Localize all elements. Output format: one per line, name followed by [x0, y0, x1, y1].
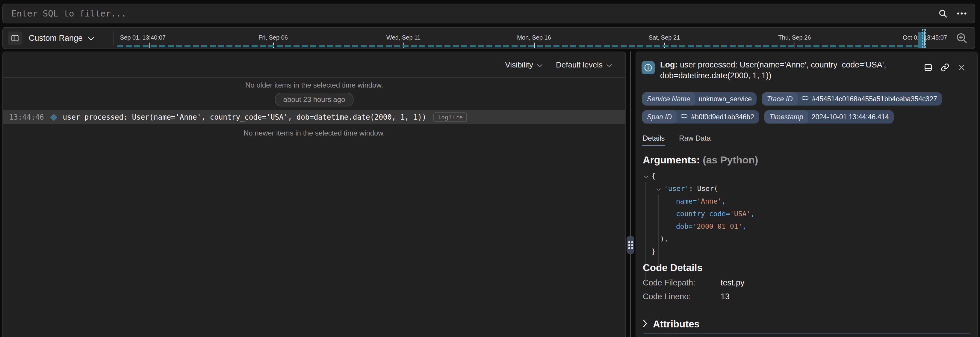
- split-horizontal-icon: [924, 63, 933, 73]
- visibility-dropdown[interactable]: Visibility: [505, 60, 542, 70]
- chevron-down-icon: [606, 60, 612, 70]
- section-divider: [643, 334, 970, 334]
- detail-title: Log: user processed: User(name='Anne', c…: [660, 59, 924, 81]
- timeline-label: Sep 01, 13:40:07: [120, 34, 165, 41]
- dock-panel-button[interactable]: [924, 63, 933, 73]
- log-level-diamond-icon: [50, 113, 57, 121]
- arguments-heading: Arguments: (as Python): [643, 154, 758, 166]
- time-ago-badge: about 23 hours ago: [275, 93, 354, 107]
- service-name-badge: Service Name unknown_service: [642, 93, 757, 105]
- search-icon[interactable]: [938, 9, 948, 18]
- timeline-label: Thu, Sep 26: [778, 34, 811, 41]
- copy-link-button[interactable]: [940, 63, 950, 73]
- log-detail-panel: Log: user processed: User(name='Anne', c…: [636, 51, 978, 337]
- timeline-zoom-in-button[interactable]: [955, 32, 969, 45]
- code-filepath-row: Code Filepath: test.py: [643, 278, 882, 287]
- timeline-label: Sat, Sep 21: [649, 34, 680, 41]
- link-icon: [680, 112, 688, 122]
- collapse-toggle-icon[interactable]: [644, 176, 651, 178]
- zoom-in-icon: [955, 32, 968, 45]
- sql-filter-input[interactable]: [3, 8, 938, 19]
- no-older-items-text: No older items in the selected time wind…: [3, 81, 625, 89]
- panel-resize-handle[interactable]: [627, 236, 634, 254]
- default-levels-dropdown[interactable]: Default levels: [556, 60, 612, 70]
- time-range-selector[interactable]: Custom Range: [29, 27, 95, 49]
- code-line: {: [644, 170, 755, 182]
- timeline-divider: [113, 30, 113, 46]
- span-id-badge[interactable]: Span ID #b0f0d9ed1ab346b2: [642, 110, 759, 123]
- detail-tabs: Details Raw Data: [642, 131, 971, 146]
- panel-split-line: [630, 51, 631, 337]
- timeline-selection-cursor: [924, 30, 924, 46]
- no-newer-items-text: No newer items in the selected time wind…: [3, 129, 625, 137]
- code-line: country_code='USA',: [644, 208, 755, 220]
- drag-dots-icon: [628, 241, 633, 249]
- log-row-message: user processed: User(name='Anne', countr…: [63, 113, 426, 121]
- log-row[interactable]: 13:44:46 user processed: User(name='Anne…: [3, 110, 625, 124]
- info-level-icon: [641, 61, 655, 74]
- chevron-down-icon: [88, 34, 95, 43]
- code-line: dob='2000-01-01',: [644, 220, 755, 233]
- chevron-down-icon: [537, 60, 543, 70]
- timestamp-badge: Timestamp 2024-10-01 13:44:46.414: [764, 110, 894, 123]
- code-line: ),: [644, 233, 755, 245]
- log-list-panel: Visibility Default levels No older items…: [2, 51, 626, 337]
- link-icon: [940, 63, 950, 73]
- code-line: 'user': User(: [644, 182, 755, 195]
- timeline-label: Mon, Sep 16: [517, 34, 551, 41]
- timeline-label: Fri, Sep 06: [258, 34, 288, 41]
- more-options-icon[interactable]: [957, 12, 967, 15]
- detail-badges: Service Name unknown_service Trace ID #4…: [642, 93, 972, 123]
- tab-details[interactable]: Details: [642, 131, 665, 146]
- log-row-tag: logfire: [433, 112, 467, 122]
- code-details-heading: Code Details: [643, 262, 703, 273]
- code-line: }: [644, 245, 755, 258]
- sidebar-toggle-button[interactable]: [8, 32, 22, 45]
- arguments-code: { 'user': User( name='Anne', country_cod…: [644, 170, 755, 258]
- close-panel-button[interactable]: [957, 63, 966, 73]
- panel-left-icon: [11, 34, 19, 43]
- trace-id-badge[interactable]: Trace ID #454514c0168a455a51bb4ceba354c3…: [762, 93, 942, 105]
- timeline-bar: Custom Range Sep 01, 13:40:07 Fri, Sep 0…: [2, 27, 975, 49]
- timeline-label: Wed, Sep 11: [387, 34, 420, 41]
- collapse-toggle-icon[interactable]: [656, 188, 664, 191]
- timeline-histogram-baseline: [118, 45, 919, 47]
- sql-filter-bar: [2, 3, 975, 23]
- code-line: name='Anne',: [644, 195, 755, 208]
- code-lineno-row: Code Lineno: 13: [643, 292, 882, 301]
- log-row-time: 13:44:46: [9, 113, 44, 121]
- close-icon: [957, 63, 966, 73]
- link-icon: [801, 94, 809, 104]
- log-list-header: Visibility Default levels: [3, 52, 625, 78]
- attributes-section-toggle[interactable]: Attributes: [643, 318, 700, 330]
- chevron-right-icon: [643, 318, 648, 330]
- tab-raw-data[interactable]: Raw Data: [678, 131, 711, 146]
